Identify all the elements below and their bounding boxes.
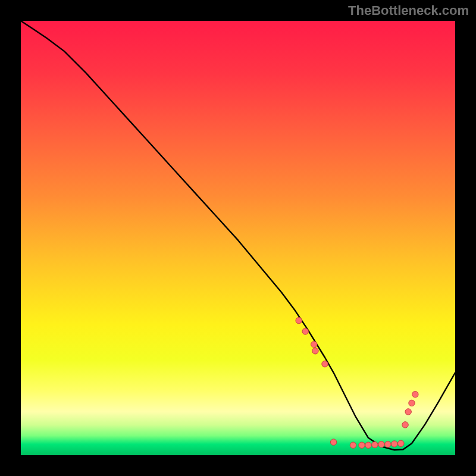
- chart-svg: [21, 21, 455, 455]
- marker-dot: [409, 400, 415, 406]
- marker-dot: [378, 441, 384, 447]
- marker-dot: [412, 392, 418, 397]
- marker-dot: [365, 442, 371, 448]
- marker-dot: [302, 328, 308, 334]
- marker-dot: [398, 440, 404, 446]
- marker-dot: [350, 442, 356, 448]
- gradient-background: [21, 21, 455, 455]
- marker-dot: [405, 409, 411, 415]
- attribution-text: TheBottleneck.com: [348, 3, 469, 18]
- plot-area: [21, 21, 455, 455]
- marker-dot: [359, 442, 365, 448]
- marker-dot: [322, 361, 328, 367]
- marker-dot: [402, 422, 408, 428]
- marker-dot: [311, 342, 317, 347]
- marker-dot: [372, 441, 378, 447]
- marker-dot: [312, 348, 318, 354]
- chart-root: TheBottleneck.com: [0, 0, 476, 476]
- marker-dot: [385, 441, 391, 447]
- marker-dot: [330, 439, 336, 445]
- marker-dot: [296, 318, 302, 324]
- marker-dot: [392, 441, 397, 447]
